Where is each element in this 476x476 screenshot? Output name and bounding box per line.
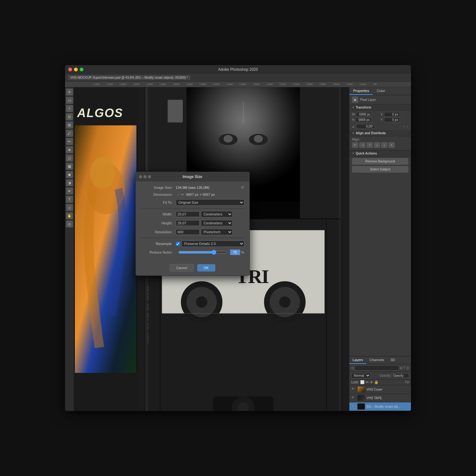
height-input[interactable]: [176, 220, 200, 226]
crop-tool[interactable]: ⊞: [66, 122, 73, 129]
statue-artwork: [74, 125, 137, 373]
image-size-value: 134,9M (was 135,0M): [176, 186, 239, 189]
minimize-button[interactable]: [74, 68, 78, 71]
lock-transparent-btn[interactable]: ⬜: [360, 380, 365, 384]
quick-select-tool[interactable]: ⊡: [66, 113, 73, 120]
opacity-label: Opacity: [380, 374, 390, 377]
fit-to-row: Fit To: Original Size: [141, 199, 244, 206]
noise-slider[interactable]: [178, 250, 228, 255]
align-bottom-btn[interactable]: ≡: [388, 142, 395, 148]
dialog-buttons: Cancel OK: [136, 261, 249, 275]
layer-eye-vhs-cover[interactable]: 👁: [351, 387, 356, 392]
hand-tool[interactable]: ✋: [66, 212, 73, 219]
layers-filter-icon[interactable]: T: [403, 366, 405, 370]
noise-value-input[interactable]: [230, 249, 240, 255]
select-subject-button[interactable]: Select Subject: [352, 166, 408, 173]
resample-checkbox[interactable]: [176, 242, 180, 246]
clone-tool[interactable]: ⊕: [66, 146, 73, 153]
document-tab[interactable]: VHS-MOCKUP-SuperUnknown.psd @ 43,6% (BG …: [68, 75, 190, 80]
height-value-input[interactable]: [355, 117, 371, 122]
eyedropper-tool[interactable]: 🖊: [66, 130, 73, 137]
layer-eye-vhs-tape[interactable]: 👁: [351, 396, 356, 400]
resample-method-select[interactable]: Preserve Details 2.0: [182, 241, 244, 247]
layer-thumb-vhs-tape: [357, 395, 365, 401]
pen-tool[interactable]: ✒: [66, 188, 73, 195]
tab-layers[interactable]: Layers: [349, 356, 366, 364]
properties-panel: Properties Color ▦ Pixel Layer ▼ Transfo…: [349, 87, 411, 356]
ok-button[interactable]: OK: [197, 264, 215, 272]
title-bar: Adobe Photoshop 2020: [65, 65, 411, 74]
select-tool[interactable]: ▭: [66, 97, 73, 104]
resolution-input[interactable]: [176, 229, 200, 235]
ruler-tick: 6000: [333, 83, 346, 86]
dodge-tool[interactable]: ◑: [66, 179, 73, 186]
fit-to-select[interactable]: Original Size: [176, 199, 244, 206]
gradient-tool[interactable]: ▦: [66, 163, 73, 170]
align-right-btn[interactable]: ⊤: [367, 142, 373, 148]
dialog-titlebar: Image Size: [136, 172, 249, 182]
dimensions-unit-select[interactable]: ✓: [176, 192, 185, 197]
dialog-zoom[interactable]: [148, 175, 151, 178]
width-unit-select[interactable]: Centimeters: [201, 211, 233, 217]
remove-background-button[interactable]: Remove Background: [352, 158, 408, 165]
layers-options-icon[interactable]: ⊞: [400, 366, 402, 370]
lock-image-btn[interactable]: ✏: [366, 380, 369, 384]
width-value-input[interactable]: [356, 112, 372, 117]
main-area: ✛ ▭ ⌇ ⊡ ⊞ 🖊 ✏ ⊕ ◻ ▦ ◉ ◑ ✒ T ◇ ✋ ⊙ ALGOS: [65, 87, 411, 411]
resolution-unit-select[interactable]: Pixels/Inch: [201, 229, 233, 235]
dialog-minimize[interactable]: [143, 175, 147, 178]
lasso-tool[interactable]: ⌇: [66, 105, 73, 112]
maximize-button[interactable]: [80, 68, 83, 71]
width-field: W: [352, 112, 380, 117]
transform-grid: W X H Y: [349, 111, 411, 123]
x-value-input[interactable]: [384, 112, 400, 117]
height-unit-select[interactable]: Centimeters: [201, 220, 233, 226]
y-label: Y: [380, 118, 383, 122]
quick-actions-header[interactable]: ▼ Quick Actions: [349, 150, 411, 157]
dialog-close[interactable]: [139, 175, 142, 178]
ruler-tick: 4200: [213, 83, 226, 86]
shape-tool[interactable]: ◇: [66, 204, 73, 211]
pixel-layer-icon: ▦: [352, 96, 358, 103]
gear-icon[interactable]: ⚙: [241, 185, 244, 190]
lock-all-btn[interactable]: 🔒: [374, 380, 379, 384]
layer-item-vhs-cover[interactable]: 👁 VHS Cover: [349, 385, 411, 394]
lock-position-btn[interactable]: ✛: [370, 380, 373, 384]
ruler-tick: 6400: [360, 83, 373, 86]
flip-icon[interactable]: ↔ ↕: [403, 125, 408, 128]
layer-item-bg[interactable]: 👁 BG – Modify smart obj…: [349, 402, 411, 411]
fill-label: Fill: [405, 380, 409, 384]
align-center-h-btn[interactable]: ⊣: [359, 142, 366, 148]
y-value-input[interactable]: [384, 117, 400, 122]
blur-tool[interactable]: ◉: [66, 171, 73, 178]
layers-search-input[interactable]: [355, 365, 399, 371]
align-center-v-btn[interactable]: |: [381, 142, 387, 148]
eraser-tool[interactable]: ◻: [66, 155, 73, 162]
tab-properties[interactable]: Properties: [349, 87, 373, 95]
blend-mode-select[interactable]: Normal: [351, 373, 371, 378]
move-tool[interactable]: ✛: [66, 89, 73, 96]
width-input[interactable]: [176, 211, 200, 217]
tab-color[interactable]: Color: [373, 87, 389, 95]
layers-adjust-icon[interactable]: ☰: [406, 366, 409, 370]
h-label: H: [352, 118, 354, 122]
tab-3d[interactable]: 3D: [387, 356, 398, 364]
transform-section-header[interactable]: ▼ Transform: [349, 104, 411, 111]
dimensions-row: Dimensions: ✓ 6867 px × 6867 px: [141, 192, 244, 197]
layer-eye-bg[interactable]: 👁: [351, 404, 356, 409]
close-button[interactable]: [68, 68, 72, 71]
text-tool[interactable]: T: [66, 196, 73, 203]
layer-item-vhs-tape[interactable]: 👁 VHS TAPE: [349, 394, 411, 402]
angle-input[interactable]: [356, 124, 375, 129]
noise-percent: %: [241, 250, 244, 254]
tab-channels[interactable]: Channels: [366, 356, 387, 364]
align-left-btn[interactable]: ⊢: [352, 142, 358, 148]
brush-tool[interactable]: ✏: [66, 138, 73, 145]
ruler-tick: 5200: [280, 83, 293, 86]
align-section-header[interactable]: ▼ Align and Distribute: [349, 130, 411, 136]
layer-name-vhs-cover: VHS Cover: [367, 388, 409, 391]
zoom-tool[interactable]: ⊙: [66, 221, 73, 228]
opacity-input[interactable]: [392, 373, 409, 378]
align-top-btn[interactable]: ⊥: [374, 142, 380, 148]
cancel-button[interactable]: Cancel: [169, 264, 194, 272]
